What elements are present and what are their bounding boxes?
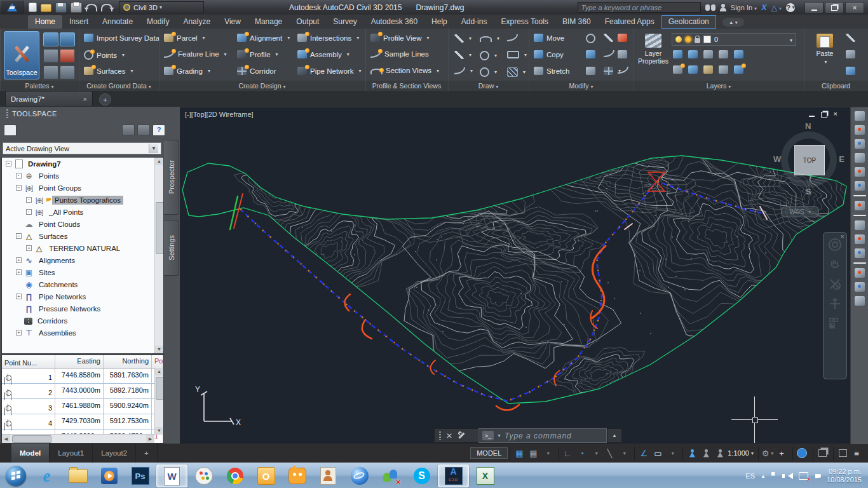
curve-point-icon[interactable] [855,234,865,244]
data-shortcuts-icon[interactable] [122,125,135,136]
panel-label-draw[interactable]: Draw [448,81,529,91]
file-tab-close-icon[interactable]: × [83,95,87,103]
pan-icon[interactable] [828,257,842,271]
toolbox-palette-icon[interactable] [60,49,75,63]
tree-item--all-points[interactable]: _All Points [2,206,163,218]
help-icon[interactable]: ? [786,3,795,12]
ribbon-tab-annotate[interactable]: Annotate [95,15,140,29]
object-snap-tracking-icon[interactable]: ╲ [603,447,616,460]
ribbon-tab-home[interactable]: Home [28,15,62,29]
scale-button[interactable] [586,67,595,75]
tree-scrollbar[interactable]: ▲ ▼ [154,158,163,353]
tree-item-assemblies[interactable]: Assemblies [2,327,163,339]
spline-tool[interactable] [454,67,473,74]
tree-expander-icon[interactable] [16,233,22,239]
points-button[interactable]: Points [84,50,125,60]
workspace-gear-status-icon[interactable]: ⚙ [761,447,774,460]
orbit-icon[interactable] [828,297,842,311]
point-table-header[interactable]: Point Nu...EastingNorthingPoi [2,355,163,369]
polar-menu-icon[interactable] [589,447,602,460]
assembly-button[interactable]: Assembly [297,50,349,58]
cut-button[interactable] [846,34,855,42]
offset-button[interactable] [618,67,628,74]
layer-select[interactable]: 0 [672,33,796,46]
annotation-scale-icon[interactable] [714,447,726,460]
table-row[interactable]: 37461.9880m5900.9240m1 [2,399,163,414]
layer-match-icon[interactable] [688,65,698,74]
alignment-point-icon[interactable] [855,248,865,258]
command-recent-icon[interactable]: ▼ [497,433,501,438]
viewcube-north[interactable]: N [805,121,811,131]
geodetic-point-icon[interactable] [855,139,865,149]
tab-prospector[interactable]: Prospector [164,140,179,215]
ortho-mode-icon[interactable]: ∟ [561,447,574,460]
snap-menu-icon[interactable] [541,447,553,460]
station-point-icon[interactable] [855,220,865,230]
layer-freeze-icon[interactable] [688,50,698,58]
tree-item-pipe-networks[interactable]: Pipe Networks [2,290,163,302]
tree-expander-icon[interactable] [16,269,22,275]
panel-label-palettes[interactable]: Palettes [0,81,79,91]
dynamic-input-icon[interactable]: ▭ [651,447,664,460]
rectangle-tool[interactable] [507,51,527,58]
column-header-northing[interactable]: Northing [104,355,152,368]
interpolate-point-icon[interactable] [855,296,865,306]
ribbon-tab-analyze[interactable]: Analyze [176,15,217,29]
plot-icon[interactable] [71,3,82,13]
snap-mode-icon[interactable]: ▦ [527,447,539,460]
viewport-controls[interactable]: [-][Top][2D Wireframe] [185,111,254,118]
panel-label-create-ground-data[interactable]: Create Ground Data [79,81,159,91]
create-points-menu-icon[interactable] [855,111,865,121]
tree-expander-icon[interactable] [16,294,22,299]
tree-item-drawing7[interactable]: Drawing7 [2,158,163,170]
command-history-icon[interactable]: ▲ [607,428,622,443]
tree-expander-icon[interactable] [26,209,32,215]
wcs-menu[interactable]: WCS [781,206,819,217]
toolspace-title[interactable]: TOOLSPACE [0,107,170,121]
ribbon-tab-modify[interactable]: Modify [140,15,176,29]
erase-button[interactable] [618,34,627,42]
ribbon-tab-insert[interactable]: Insert [62,15,95,29]
tree-item-terreno-natural[interactable]: TERRENO NATURAL [2,242,163,254]
ribbon-tab-add-ins[interactable]: Add-ins [454,15,494,29]
layout-tab-model[interactable]: Model [11,444,50,463]
taskbar-skype-button[interactable]: S [407,465,437,487]
table-hscrollbar[interactable]: ◀ ▶ [2,434,154,443]
restore-button[interactable] [825,2,844,13]
point-group-icon[interactable] [855,153,865,163]
pipe-network-button[interactable]: Pipe Network [297,67,361,75]
ribbon-tab-express-tools[interactable]: Express Tools [494,15,555,29]
drawing-close-icon[interactable]: × [834,110,837,118]
column-header-easting[interactable]: Easting [55,355,104,368]
redo-icon[interactable] [101,4,112,11]
tree-item-puntos-topograficos[interactable]: Puntos Topograficos [2,194,163,206]
circle-tool[interactable] [480,51,497,60]
layer-previous-icon[interactable] [734,65,743,74]
new-drawing-tab-button[interactable]: + [99,93,111,105]
tree-expander-icon[interactable] [16,330,22,336]
clean-screen-icon[interactable] [836,447,849,460]
viewcube-west[interactable]: W [773,154,781,164]
paste-button[interactable]: Paste [811,34,838,65]
alignment-button[interactable]: Alignment [237,34,290,42]
help-toolspace-icon[interactable]: ? [153,125,165,136]
profile-view-button[interactable]: Profile View [370,34,430,42]
tree-item-surfaces[interactable]: Surfaces [2,230,163,242]
tree-expander-icon[interactable] [16,173,22,179]
section-marker[interactable] [496,405,519,410]
showmotion-icon[interactable] [828,316,842,330]
taskbar-excel-button[interactable]: X [470,465,500,487]
prospector-palette-icon[interactable] [43,32,58,46]
panorama-icon[interactable] [137,125,150,136]
taskbar-media-player-button[interactable] [94,465,124,487]
network-icon[interactable]: × [799,472,808,480]
tree-item-point-clouds[interactable]: Point Clouds [2,218,163,230]
move-button[interactable]: Move [534,34,564,42]
search-input[interactable]: Type a keyword or phrase [578,2,701,13]
workspace-switcher[interactable]: Civil 3D [119,1,204,13]
taskbar-paint-button[interactable] [189,465,219,487]
section-marker[interactable] [230,196,238,229]
layout-tab-layout1[interactable]: Layout1 [50,444,93,463]
model-space-toggle[interactable]: MODEL [470,447,508,459]
application-menu-button[interactable] [1,1,24,14]
